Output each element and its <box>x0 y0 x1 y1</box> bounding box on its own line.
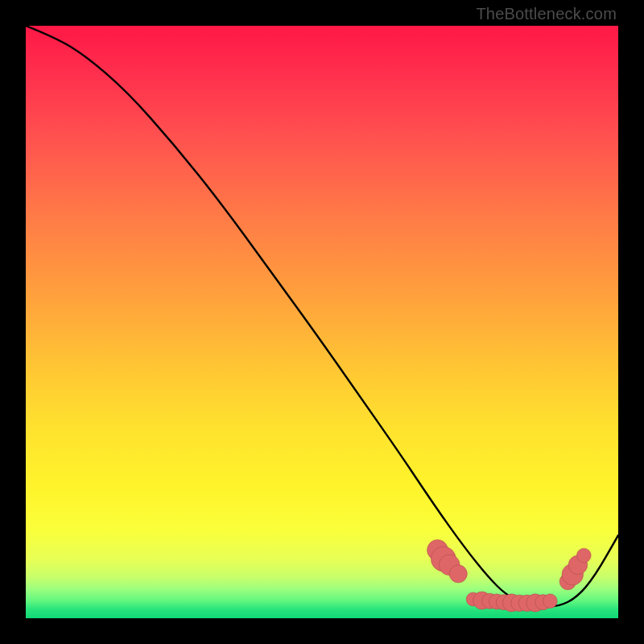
watermark-text: TheBottleneck.com <box>476 5 617 23</box>
highlight-dot <box>576 548 591 563</box>
bottleneck-curve <box>26 26 618 606</box>
highlight-dot <box>449 565 467 583</box>
chart-svg <box>26 26 618 618</box>
highlight-dot <box>543 594 558 609</box>
highlight-dots <box>427 539 592 611</box>
plot-area <box>26 26 618 618</box>
chart-frame: TheBottleneck.com <box>0 0 644 644</box>
